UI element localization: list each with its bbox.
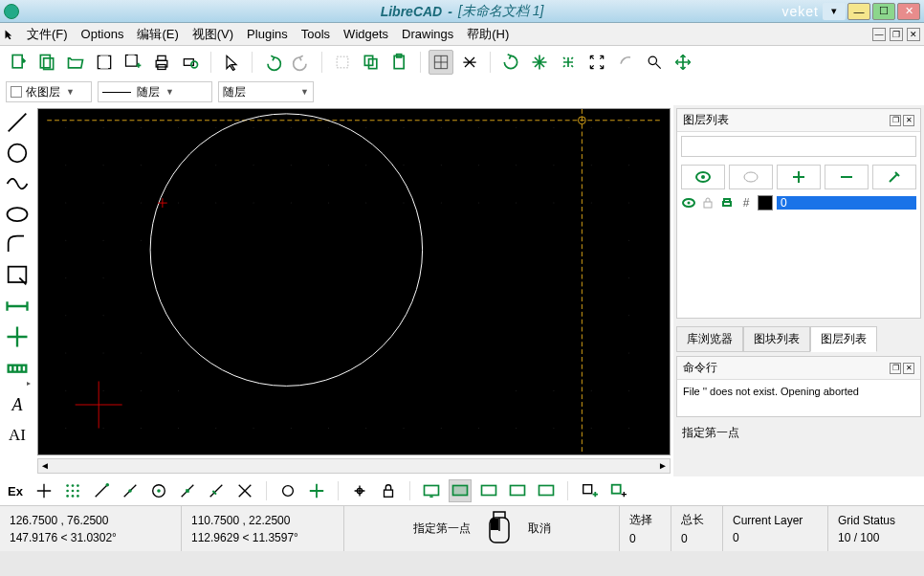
layer-row-0[interactable]: # 0 bbox=[677, 193, 920, 212]
add-block2-button[interactable] bbox=[606, 479, 629, 502]
copy-button[interactable] bbox=[359, 50, 384, 75]
layer-hide-all-button[interactable] bbox=[729, 165, 773, 189]
mtext-tool[interactable]: A bbox=[4, 391, 31, 418]
zoom-pan-button[interactable] bbox=[671, 50, 695, 75]
layer-remove-button[interactable] bbox=[825, 165, 869, 189]
new-file-button[interactable] bbox=[6, 50, 31, 75]
layer-name[interactable]: 0 bbox=[777, 196, 916, 210]
zoom-out-button[interactable] bbox=[556, 50, 581, 75]
layer-visible-icon[interactable] bbox=[681, 195, 696, 210]
grid-toggle-button[interactable] bbox=[429, 50, 453, 75]
lock-relative-button[interactable] bbox=[377, 479, 400, 502]
redo-button[interactable] bbox=[289, 50, 314, 75]
zoom-auto-button[interactable] bbox=[584, 50, 609, 75]
linetype-selector[interactable]: 随层▼ bbox=[98, 81, 212, 102]
layer-lock-icon[interactable] bbox=[700, 195, 715, 210]
open-file-button[interactable] bbox=[63, 50, 88, 75]
ex-label[interactable]: Ex bbox=[8, 484, 23, 498]
menu-widgets[interactable]: Widgets bbox=[338, 25, 394, 43]
new-from-template-button[interactable] bbox=[34, 50, 59, 75]
menu-tools[interactable]: Tools bbox=[296, 25, 336, 43]
draft-mode-button[interactable] bbox=[457, 50, 482, 75]
menu-help[interactable]: 帮助(H) bbox=[461, 24, 515, 45]
restrict-ortho-button[interactable] bbox=[305, 479, 328, 502]
undo-button[interactable] bbox=[260, 50, 285, 75]
layer-color-swatch[interactable] bbox=[758, 195, 773, 210]
horizontal-scrollbar[interactable] bbox=[37, 458, 671, 474]
menu-file[interactable]: 文件(F) bbox=[21, 24, 74, 45]
relative-zero-button[interactable] bbox=[348, 479, 371, 502]
snap-endpoint-button[interactable] bbox=[90, 479, 113, 502]
screen3-button[interactable] bbox=[477, 479, 500, 502]
window-close-button[interactable]: ✕ bbox=[897, 3, 920, 20]
zoom-in-button[interactable] bbox=[527, 50, 552, 75]
menu-options[interactable]: Options bbox=[76, 25, 130, 43]
restrict-nothing-button[interactable] bbox=[276, 479, 299, 502]
cut-button[interactable] bbox=[330, 50, 355, 75]
zoom-prev-button[interactable] bbox=[613, 50, 638, 75]
window-maximize-button[interactable]: ☐ bbox=[872, 3, 895, 20]
window-minimize-button[interactable]: — bbox=[847, 3, 870, 20]
snap-on-entity-button[interactable] bbox=[119, 479, 142, 502]
color-selector[interactable]: 依图层▼ bbox=[6, 81, 92, 102]
add-block-button[interactable] bbox=[578, 479, 601, 502]
ellipse-tool[interactable] bbox=[4, 201, 31, 228]
circle-tool[interactable] bbox=[4, 140, 31, 166]
snap-free-button[interactable] bbox=[33, 479, 55, 502]
modify-tool[interactable] bbox=[4, 323, 31, 350]
layer-filter-input[interactable] bbox=[681, 136, 916, 157]
save-as-button[interactable] bbox=[121, 50, 145, 75]
print-button[interactable] bbox=[149, 50, 174, 75]
zoom-window-button[interactable] bbox=[642, 50, 667, 75]
snap-center-button[interactable] bbox=[147, 479, 170, 502]
screen1-button[interactable] bbox=[420, 479, 443, 502]
mdi-restore-button[interactable]: ❐ bbox=[890, 28, 903, 41]
layer-construct-icon[interactable]: # bbox=[738, 195, 754, 210]
drawing-canvas[interactable] bbox=[37, 108, 671, 455]
tab-layers[interactable]: 图层列表 bbox=[810, 326, 877, 352]
layer-show-all-button[interactable] bbox=[681, 165, 725, 189]
svg-point-60 bbox=[253, 203, 254, 204]
cmd-undock-button[interactable]: ❐ bbox=[890, 363, 901, 374]
print-preview-button[interactable] bbox=[178, 50, 203, 75]
line-tool[interactable] bbox=[4, 109, 31, 136]
svg-point-18 bbox=[649, 56, 656, 64]
lineweight-selector[interactable]: 随层▼ bbox=[218, 81, 314, 102]
cmd-close-button[interactable]: ✕ bbox=[903, 363, 914, 374]
svg-rect-13 bbox=[337, 56, 348, 68]
screen2-button[interactable] bbox=[449, 479, 472, 502]
zoom-redraw-button[interactable] bbox=[498, 50, 523, 75]
polyline-tool[interactable] bbox=[4, 232, 31, 258]
panel-close-button[interactable]: ✕ bbox=[903, 115, 914, 126]
screen5-button[interactable] bbox=[535, 479, 558, 502]
svg-point-97 bbox=[215, 428, 216, 429]
menu-plugins[interactable]: Plugins bbox=[241, 25, 294, 43]
layer-edit-button[interactable] bbox=[872, 165, 916, 189]
select-button[interactable] bbox=[219, 50, 244, 75]
mdi-close-button[interactable]: ✕ bbox=[907, 28, 920, 41]
mdi-minimize-button[interactable]: — bbox=[872, 28, 886, 41]
menu-view[interactable]: 视图(V) bbox=[187, 24, 239, 45]
menu-edit[interactable]: 编辑(E) bbox=[131, 24, 184, 45]
snap-distance-button[interactable] bbox=[205, 479, 228, 502]
text-tool[interactable]: AI bbox=[4, 422, 31, 449]
tab-library[interactable]: 库浏览器 bbox=[676, 326, 743, 352]
screen4-button[interactable] bbox=[506, 479, 529, 502]
svg-rect-1 bbox=[40, 55, 50, 68]
paste-button[interactable] bbox=[387, 50, 412, 75]
layer-print-icon[interactable] bbox=[719, 195, 735, 210]
curve-tool[interactable] bbox=[4, 170, 31, 197]
select-window-tool[interactable] bbox=[4, 262, 31, 289]
menu-drawings[interactable]: Drawings bbox=[396, 25, 459, 43]
window-dropdown-button[interactable]: ▾ bbox=[823, 3, 846, 20]
layer-add-button[interactable] bbox=[777, 165, 821, 189]
panel-undock-button[interactable]: ❐ bbox=[890, 115, 901, 126]
svg-rect-152 bbox=[491, 519, 498, 530]
snap-middle-button[interactable] bbox=[176, 479, 199, 502]
snap-intersection-button[interactable] bbox=[233, 479, 256, 502]
measure-tool[interactable] bbox=[4, 354, 31, 381]
tab-blocks[interactable]: 图块列表 bbox=[743, 326, 810, 352]
save-button[interactable] bbox=[92, 50, 117, 75]
dimension-tool[interactable] bbox=[4, 293, 31, 320]
snap-grid-button[interactable] bbox=[61, 479, 84, 502]
